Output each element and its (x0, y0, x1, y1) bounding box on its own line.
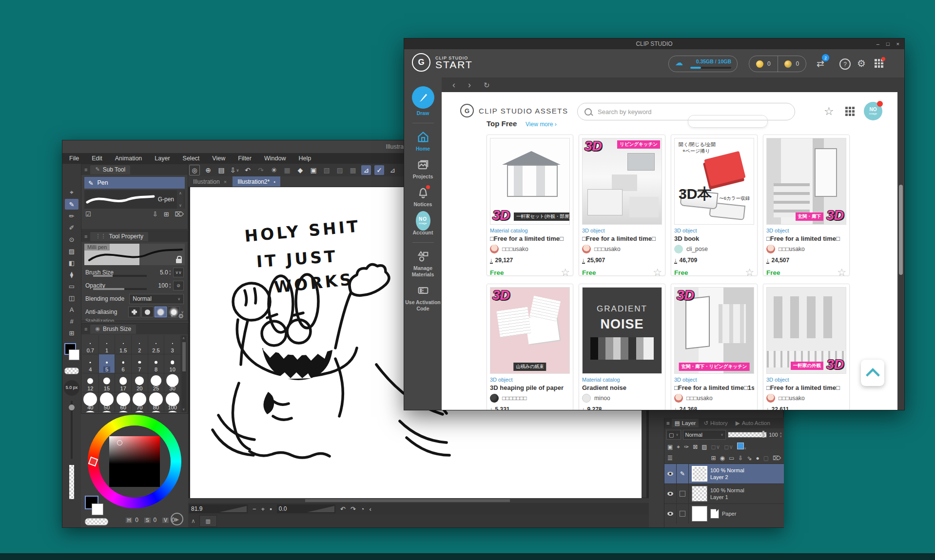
brush-size-40[interactable]: 40 (82, 392, 99, 411)
user-avatar[interactable]: NO image (864, 102, 882, 120)
transparent-swatch[interactable] (64, 367, 79, 374)
brush-size-70[interactable]: 70 (132, 392, 148, 411)
asset-category[interactable]: 3D object (490, 377, 570, 383)
lock-layer-icon[interactable]: ⊠ (693, 444, 698, 450)
asset-thumbnail-book[interactable]: 開く/閉じる/全開+ページ捲り3D本〜6カラー収録 (674, 138, 754, 225)
menu-help[interactable]: Help (298, 155, 311, 162)
canvas-horizontal-scrollbar[interactable] (188, 498, 649, 503)
maximize-icon[interactable]: □ (886, 41, 890, 47)
brush-size-0.7[interactable]: 0.7 (82, 335, 99, 354)
brush-size-7[interactable]: 7 (132, 354, 148, 373)
panel-menu-icon[interactable]: ≡ (84, 326, 87, 332)
brush-size-scrollbar[interactable] (181, 335, 187, 412)
view-grid-icon[interactable] (845, 107, 855, 116)
multi-select-icon[interactable]: ☑ (85, 211, 91, 218)
ruler-icon[interactable]: ◻∨ (724, 444, 733, 450)
pencil-tool[interactable]: ✏ (65, 211, 78, 221)
rotate-right-icon[interactable]: ↷ (351, 505, 356, 513)
asset-card[interactable]: GRADIENTNOISEMaterial catalogGradient no… (579, 284, 665, 410)
brush-size-80[interactable]: 80 (148, 392, 165, 411)
zoom-slider[interactable]: 81.9 (189, 504, 248, 513)
selection-3-icon[interactable]: ▩ (348, 165, 358, 175)
tab-history[interactable]: ↺History (701, 419, 730, 427)
asset-author[interactable]: □□□usako (490, 245, 570, 253)
asset-card[interactable]: 3D一軒家の外観3D object□Free for a limited tim… (763, 284, 850, 410)
import-icon[interactable]: ⇩ (153, 211, 158, 218)
eraser-tool[interactable]: ◧ (65, 257, 78, 268)
favorite-star-icon[interactable]: ☆ (653, 267, 662, 278)
symmetry-icon[interactable]: ◆ (295, 165, 305, 175)
sidebar-item-manage-materials[interactable]: Manage Materials (404, 249, 442, 278)
asset-thumbnail-paper[interactable]: 3D山積みの紙束 (490, 287, 570, 374)
menu-filter[interactable]: Filter (238, 155, 252, 162)
panel-menu-icon[interactable]: ≡ (84, 233, 87, 239)
brush-size-partial[interactable] (99, 411, 116, 412)
menu-file[interactable]: File (69, 155, 79, 162)
brush-size-3[interactable]: 3 (164, 335, 181, 354)
color-panel-more-icon[interactable]: ▶ (171, 513, 183, 525)
background-color-swatch[interactable] (92, 503, 103, 515)
merge-down-icon[interactable]: ⇘ (747, 455, 752, 462)
layer-list-icon[interactable]: ☰ (667, 455, 673, 462)
new-vector-layer-icon[interactable]: ◉ (720, 455, 724, 462)
layer-row-layer-1[interactable]: 100 % NormalLayer 1 (664, 483, 784, 503)
asset-title[interactable]: □Free for a limited time□ (766, 384, 846, 391)
reference-layer-icon[interactable]: ⌖ (677, 444, 680, 450)
asset-thumbnail-gradient[interactable]: GRADIENTNOISE (582, 287, 662, 374)
brush-size-20[interactable]: 20 (132, 373, 148, 392)
sidebar-item-draw[interactable]: Draw (412, 86, 434, 116)
opacity-spinner[interactable]: ∧∨ (169, 283, 171, 289)
asset-author[interactable]: □□□usako (766, 394, 846, 403)
start-titlebar[interactable]: CLIP STUDIO – □ × (404, 39, 904, 49)
hue-ring[interactable] (88, 415, 181, 508)
app-grid-icon[interactable] (875, 59, 883, 68)
asset-card[interactable]: 3D山積みの紙束3D object3D heaping pile of pape… (487, 284, 573, 410)
brush-size-1[interactable]: 1 (99, 335, 116, 354)
subtool-group-pen[interactable]: ✎Pen (84, 177, 185, 189)
subtool-scrollbar[interactable]: ∧∨ (177, 190, 184, 209)
aa-medium-button[interactable] (155, 307, 167, 317)
background-color-swatch[interactable] (69, 349, 79, 360)
transparent-color-swatch[interactable] (85, 518, 108, 525)
aa-none-button[interactable] (128, 307, 140, 317)
lock-alpha-icon[interactable]: ▨ (701, 444, 707, 450)
tab-auto-action[interactable]: ▶Auto Action (733, 419, 773, 427)
expand-up-icon[interactable]: ∧ (191, 518, 195, 524)
back-icon[interactable]: ‹ (452, 80, 455, 89)
transfer-icon[interactable]: ⇄ 2 (817, 58, 824, 69)
brush-size-2[interactable]: 2 (132, 335, 148, 354)
asset-category[interactable]: 3D object (766, 377, 846, 383)
canvas-tab-illustration2[interactable]: Illustration2*• (233, 176, 280, 187)
blend-tool[interactable]: ⧫ (65, 269, 78, 280)
asset-title[interactable]: Gradient noise (582, 384, 662, 391)
selection-2-icon[interactable]: ▨ (335, 165, 345, 175)
brush-size-partial[interactable] (164, 411, 181, 412)
asset-author[interactable]: □□□usako (674, 394, 754, 403)
asset-author[interactable]: □□□usako (582, 245, 662, 253)
layer-checkbox[interactable] (680, 511, 685, 517)
clip-to-layer-icon[interactable]: ▣ (667, 444, 673, 450)
collapse-status-icon[interactable]: ‹ (369, 505, 371, 513)
brush-size-5[interactable]: 5 (99, 354, 116, 373)
scroll-to-top-button[interactable] (861, 360, 884, 386)
brush-size-partial[interactable] (132, 411, 148, 412)
opacity-slider[interactable] (93, 288, 147, 290)
help-icon[interactable]: ? (839, 58, 851, 70)
tab-close-icon[interactable]: × (224, 179, 227, 185)
asset-title[interactable]: □Free for a limited time□ (582, 235, 662, 242)
duplicate-icon[interactable]: ⊞ (164, 211, 169, 218)
brush-size-6[interactable]: 6 (115, 354, 132, 373)
view-more-link[interactable]: View more › (526, 121, 557, 128)
fit-view-button[interactable]: ▪ (270, 505, 272, 513)
new-folder-icon[interactable]: ▭ (729, 455, 734, 462)
sidebar-item-use-activation-code[interactable]: Use Activation Code (404, 283, 442, 312)
brush-size-10[interactable]: 10 (164, 354, 181, 373)
enable-mask-icon[interactable]: ◻∨ (711, 444, 721, 450)
menu-layer[interactable]: Layer (155, 155, 170, 162)
zoom-out-button[interactable]: − (253, 505, 256, 513)
frame-tool[interactable]: # (65, 316, 78, 327)
asset-card[interactable]: 3D玄関・廊下・リビングキッチン3D object□Free for a lim… (671, 284, 758, 410)
snap-special-ruler-icon[interactable]: ✓ (374, 165, 384, 175)
asset-category[interactable]: 3D object (674, 228, 754, 233)
zoom-value[interactable]: 81.9 (191, 505, 202, 512)
